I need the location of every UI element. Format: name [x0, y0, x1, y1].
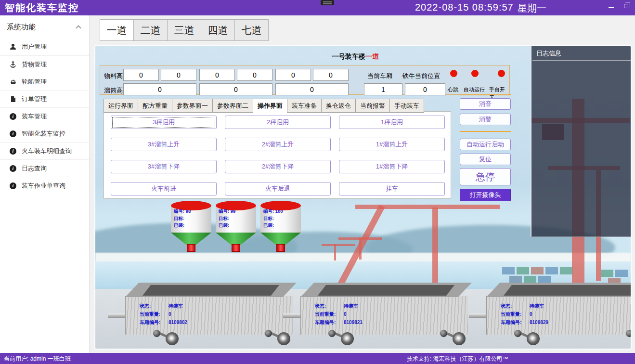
- sidebar-item-label: 轮船管理: [22, 78, 47, 86]
- tab-run-screen[interactable]: 运行界面: [104, 99, 138, 113]
- wagon-wheels: [153, 330, 182, 345]
- tab-params-2[interactable]: 参数界面二: [212, 99, 253, 113]
- wagon-info: 状态:待装车 当前重量:0 车厢编号:8109802: [140, 302, 187, 326]
- side-control-column: 消音 消警 自动运行启动 复位 急停 打开摄像头: [460, 94, 511, 201]
- sidebar-item-ship-mgmt[interactable]: 轮船管理: [0, 73, 89, 90]
- wagon-status: 待装车: [344, 303, 358, 309]
- status-bar: 当前用户: admin 一班白班 技术支持: 海宏科技（江苏）有限公司™: [0, 353, 635, 364]
- user-icon: [9, 43, 17, 51]
- material-height-input-3[interactable]: [199, 69, 235, 81]
- orange-divider: [460, 94, 511, 95]
- sidebar-item-order-mgmt[interactable]: 订单管理: [0, 90, 89, 107]
- lane-tab-bar: 一道 二道 三道 四道 七道: [100, 19, 268, 41]
- chute-height-input-3[interactable]: [275, 83, 349, 95]
- wagon-opening: [486, 283, 632, 297]
- tab-params-1[interactable]: 参数界面一: [172, 99, 213, 113]
- info-icon: [9, 130, 17, 138]
- wagon-coupler: [283, 313, 301, 318]
- scale2-enable-button[interactable]: 2秤启用: [225, 116, 331, 129]
- mute-button[interactable]: 消音: [460, 98, 511, 110]
- chute2-up-button[interactable]: 2#溜筒上升: [225, 138, 331, 151]
- info-icon: [9, 147, 17, 155]
- tieniu-position-input[interactable]: [405, 83, 445, 95]
- tieniu-position-label: 铁牛当前位置: [402, 72, 440, 80]
- tab-lane-7[interactable]: 七道: [234, 19, 269, 41]
- wagon-wheels: [440, 330, 469, 345]
- tab-lane-1[interactable]: 一道: [100, 19, 134, 41]
- wagon-8109829: 状态:待装车 当前重量:0 车厢编号:8109829: [486, 283, 632, 345]
- open-camera-button[interactable]: 打开摄像头: [460, 189, 511, 201]
- sidebar-item-label: 用户管理: [22, 42, 47, 51]
- main-content: 一道 二道 三道 四道 七道: [90, 15, 635, 353]
- minimize-button[interactable]: [609, 7, 614, 8]
- wagon-weight: 0: [344, 312, 347, 317]
- emergency-stop-button[interactable]: 急停: [460, 168, 511, 185]
- sidebar-title: 系统功能: [7, 23, 36, 32]
- tab-lane-4[interactable]: 四道: [201, 19, 235, 41]
- metrics-panel: 物料高度 溜筒高度 当前车厢 铁牛当前位置 心跳 自动运行 手自开关: [100, 65, 510, 95]
- material-height-input-1[interactable]: [123, 69, 159, 81]
- scale3-enable-button[interactable]: 3秤启用: [111, 116, 217, 129]
- sidebar-item-train-loading-detail[interactable]: 火车装车明细查询: [0, 142, 89, 159]
- wagon-weight: 0: [530, 312, 532, 317]
- hitch-wagon-button[interactable]: 挂车: [339, 182, 445, 195]
- tab-loading-prep[interactable]: 装车准备: [287, 99, 322, 113]
- auto-run-label: 自动运行: [464, 86, 485, 93]
- chute-height-input-1[interactable]: [123, 83, 196, 95]
- hopper-100: 编号: 100 目标: 已装:: [260, 201, 301, 252]
- material-height-input-4[interactable]: [237, 69, 272, 81]
- current-wagon-label: 当前车厢: [367, 72, 392, 80]
- sidebar-item-label: 火车装车明细查询: [22, 147, 72, 156]
- train-forward-button[interactable]: 火车前进: [111, 182, 217, 195]
- reset-button[interactable]: 复位: [460, 154, 511, 165]
- sidebar-header[interactable]: 系统功能: [0, 15, 89, 38]
- log-panel: 日志信息: [531, 46, 632, 237]
- sidebar-item-smart-loading-monitor[interactable]: 智能化装车监控: [0, 125, 89, 142]
- chute1-up-button[interactable]: 1#溜筒上升: [339, 138, 445, 151]
- tab-bin-switch[interactable]: 换仓返仓: [321, 99, 356, 113]
- chute3-down-button[interactable]: 3#溜筒下降: [111, 160, 217, 173]
- tab-recipe-weight[interactable]: 配方重量: [138, 99, 172, 113]
- tab-lane-2[interactable]: 二道: [133, 19, 168, 41]
- tab-operation-screen[interactable]: 操作界面: [253, 99, 287, 113]
- datetime: 2022-08-15 08:59:57: [415, 2, 514, 13]
- sidebar-item-cargo-mgmt[interactable]: 货物管理: [0, 55, 89, 73]
- heartbeat-label: 心跳: [448, 86, 458, 93]
- sidebar-item-loading-worksheet-query[interactable]: 装车作业单查询: [0, 177, 89, 194]
- hopper-spout: [276, 244, 285, 252]
- auto-run-start-button[interactable]: 自动运行启动: [460, 139, 511, 150]
- tab-manual-loading[interactable]: 手动装车: [389, 99, 424, 113]
- sidebar-item-user-mgmt[interactable]: 用户管理: [0, 38, 89, 55]
- material-height-input-2[interactable]: [161, 69, 196, 81]
- chute-height-input-2[interactable]: [199, 83, 272, 95]
- scale1-enable-button[interactable]: 1秤启用: [339, 116, 445, 129]
- train-reverse-button[interactable]: 火车后退: [225, 182, 331, 195]
- material-height-input-6[interactable]: [313, 69, 349, 81]
- wagon-8109821: 状态:待装车 当前重量:0 车厢编号:8109821: [300, 283, 472, 345]
- hopper-99: 编号: 99 目标: 已装:: [216, 201, 256, 252]
- tab-current-alarms[interactable]: 当前报警: [355, 99, 390, 113]
- sidebar-item-loading-mgmt[interactable]: 装车管理: [0, 107, 89, 125]
- chute1-down-button[interactable]: 1#溜筒下降: [339, 160, 445, 173]
- hopper-info: 编号: 98 目标: 已装:: [174, 208, 191, 229]
- sidebar-item-log-query[interactable]: 日志查询: [0, 159, 89, 177]
- wagon-8109802: 状态:待装车 当前重量:0 车厢编号:8109802: [125, 283, 297, 345]
- info-icon: [9, 182, 17, 190]
- tab-lane-3[interactable]: 三道: [167, 19, 201, 41]
- operation-panel: 3秤启用 2秤启用 1秤启用 3#溜筒上升 2#溜筒上升 1#溜筒上升 3#溜筒…: [104, 111, 451, 199]
- wagon-wheels: [328, 330, 357, 345]
- menu-icon[interactable]: [321, 0, 334, 5]
- material-height-input-5[interactable]: [275, 69, 311, 81]
- wagon-weight: 0: [168, 312, 171, 317]
- chute3-up-button[interactable]: 3#溜筒上升: [111, 138, 217, 151]
- chute2-down-button[interactable]: 2#溜筒下降: [225, 160, 331, 173]
- silence-alarm-button[interactable]: 消警: [460, 114, 511, 125]
- restore-window-button[interactable]: [624, 4, 628, 8]
- wagon-info: 状态:待装车 当前重量:0 车厢编号:8109829: [501, 302, 548, 326]
- hopper-cone: [171, 233, 211, 245]
- heartbeat-indicator: [450, 70, 457, 77]
- wagon-coupler: [108, 313, 126, 318]
- wagon-id: 8109829: [530, 320, 548, 325]
- current-wagon-input[interactable]: [364, 83, 402, 95]
- wagon-id: 8109802: [168, 320, 187, 325]
